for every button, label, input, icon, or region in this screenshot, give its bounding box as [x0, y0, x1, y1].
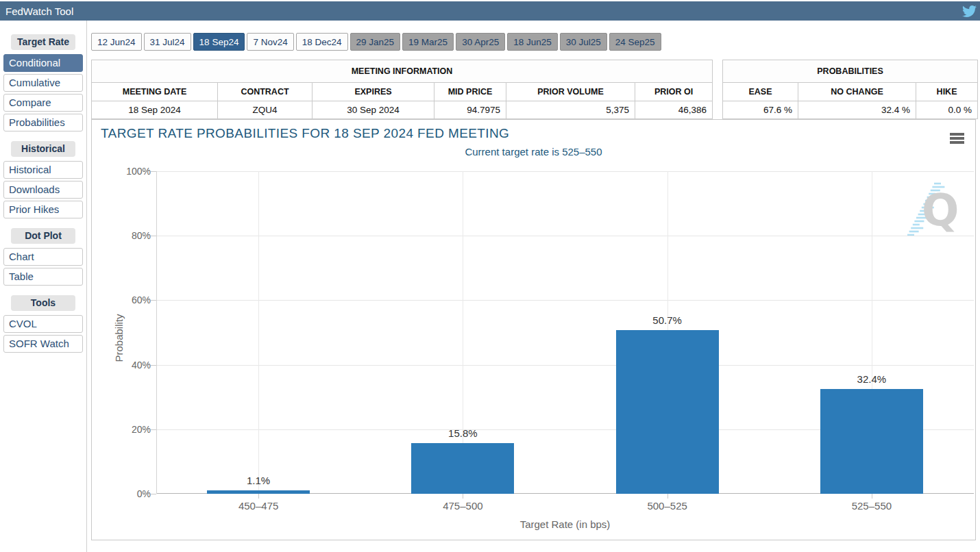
x-axis-tick — [258, 494, 259, 499]
twitter-icon[interactable] — [962, 4, 977, 21]
tab-18-sep24[interactable]: 18 Sep24 — [193, 33, 245, 51]
probability-bar[interactable] — [616, 330, 719, 494]
probabilities-value: 67.6 % — [723, 101, 798, 119]
probabilities-title: PROBABILITIES — [723, 60, 978, 83]
v-gridline — [258, 171, 259, 494]
meeting-info-value: 30 Sep 2024 — [313, 101, 434, 119]
probability-bar[interactable] — [207, 490, 310, 494]
h-gridline — [156, 365, 974, 366]
x-axis-tick — [667, 494, 668, 499]
meeting-info-column-header: PRIOR VOLUME — [506, 83, 635, 101]
h-gridline — [156, 300, 974, 301]
y-axis-label: 0% — [111, 488, 151, 499]
tab-30-jul25[interactable]: 30 Jul25 — [560, 33, 607, 51]
meeting-info-column-header: PRIOR OI — [635, 83, 713, 101]
sidebar-group-header: Historical — [11, 141, 75, 157]
x-axis-tick — [872, 494, 872, 499]
sidebar-item-conditional[interactable]: Conditional — [3, 54, 83, 72]
sidebar-group: Target RateConditionalCumulativeCompareP… — [3, 34, 84, 131]
tab-18-dec24[interactable]: 18 Dec24 — [296, 33, 348, 51]
x-axis-category-label: 450–475 — [156, 500, 360, 512]
app-header: FedWatch Tool — [0, 1, 980, 21]
y-axis-line — [156, 171, 157, 494]
bar-data-label: 15.8% — [360, 427, 565, 439]
x-axis-tick — [463, 494, 463, 499]
tab-29-jan25[interactable]: 29 Jan25 — [350, 33, 401, 51]
plot-area: 0%20%40%60%80%100%450–4751.1%475–50015.8… — [156, 171, 974, 494]
sidebar-group: Dot PlotChartTable — [3, 228, 84, 286]
sidebar-group: ToolsCVOLSOFR Watch — [3, 295, 84, 353]
y-axis-label: 40% — [111, 360, 151, 371]
y-axis-label: 80% — [111, 230, 151, 241]
probabilities-table: PROBABILITIES EASENO CHANGEHIKE 67.6 %32… — [722, 60, 978, 119]
probabilities-value: 32.4 % — [798, 101, 916, 119]
x-axis-category-label: 475–500 — [360, 500, 565, 512]
y-axis-tick — [151, 494, 156, 494]
chart-export-menu-icon[interactable] — [950, 133, 964, 145]
sidebar-group-header: Dot Plot — [11, 228, 75, 244]
probabilities-value: 0.0 % — [916, 101, 978, 119]
x-axis-category-label: 525–550 — [770, 500, 974, 512]
tab-30-apr25[interactable]: 30 Apr25 — [456, 33, 505, 51]
sidebar-item-probabilities[interactable]: Probabilities — [3, 114, 83, 131]
sidebar-item-sofr-watch[interactable]: SOFR Watch — [3, 335, 83, 353]
meeting-info-column-header: MEETING DATE — [92, 83, 218, 101]
main-content: 12 Jun2431 Jul2418 Sep247 Nov2418 Dec242… — [87, 21, 980, 552]
meeting-info-column-header: MID PRICE — [434, 83, 506, 101]
probability-bar[interactable] — [411, 443, 514, 494]
app-title: FedWatch Tool — [5, 5, 73, 17]
meeting-info-value: 5,375 — [506, 101, 635, 119]
sidebar-item-table[interactable]: Table — [3, 268, 83, 286]
sidebar-group-header: Target Rate — [11, 34, 75, 50]
probabilities-column-header: NO CHANGE — [798, 83, 916, 101]
meeting-date-tabs: 12 Jun2431 Jul2418 Sep247 Nov2418 Dec242… — [91, 33, 978, 51]
sidebar-item-compare[interactable]: Compare — [3, 94, 83, 112]
y-axis-tick — [151, 236, 156, 236]
x-axis-category-label: 500–525 — [565, 500, 770, 512]
probability-chart-panel: TARGET RATE PROBABILITIES FOR 18 SEP 202… — [91, 119, 976, 540]
chart-subtitle: Current target rate is 525–550 — [92, 146, 975, 158]
tab-31-jul24[interactable]: 31 Jul24 — [144, 33, 191, 51]
probabilities-column-header: HIKE — [916, 83, 978, 101]
sidebar-item-cvol[interactable]: CVOL — [3, 315, 83, 333]
tab-18-jun25[interactable]: 18 Jun25 — [507, 33, 558, 51]
y-axis-tick — [151, 429, 156, 430]
tab-19-mar25[interactable]: 19 Mar25 — [402, 33, 454, 51]
y-axis-label: 60% — [111, 294, 151, 305]
x-axis-title: Target Rate (in bps) — [156, 518, 974, 530]
tab-12-jun24[interactable]: 12 Jun24 — [91, 33, 142, 51]
sidebar-item-chart[interactable]: Chart — [3, 248, 83, 266]
meeting-information-table: MEETING INFORMATION MEETING DATECONTRACT… — [91, 60, 713, 119]
info-tables-row: MEETING INFORMATION MEETING DATECONTRACT… — [91, 60, 978, 119]
sidebar: Target RateConditionalCumulativeCompareP… — [0, 21, 87, 552]
y-axis-tick — [151, 300, 156, 301]
bar-data-label: 50.7% — [565, 314, 770, 326]
meeting-information-title: MEETING INFORMATION — [92, 60, 713, 83]
bar-data-label: 32.4% — [770, 373, 974, 385]
h-gridline — [156, 236, 974, 236]
y-axis-label: 100% — [111, 166, 151, 177]
y-axis-tick — [151, 171, 156, 172]
probability-bar[interactable] — [820, 389, 923, 494]
meeting-info-value: ZQU4 — [218, 101, 313, 119]
y-axis-tick — [151, 365, 156, 366]
probabilities-column-header: EASE — [723, 83, 798, 101]
sidebar-group-header: Tools — [11, 295, 75, 311]
tab-7-nov24[interactable]: 7 Nov24 — [247, 33, 293, 51]
y-axis-label: 20% — [111, 424, 151, 435]
meeting-info-value: 18 Sep 2024 — [92, 101, 218, 119]
meeting-info-value: 46,386 — [635, 101, 713, 119]
chart-title: TARGET RATE PROBABILITIES FOR 18 SEP 202… — [101, 126, 509, 141]
sidebar-item-downloads[interactable]: Downloads — [3, 181, 83, 199]
tab-24-sep25[interactable]: 24 Sep25 — [609, 33, 661, 51]
meeting-info-column-header: EXPIRES — [313, 83, 434, 101]
sidebar-item-prior-hikes[interactable]: Prior Hikes — [3, 201, 83, 218]
h-gridline — [156, 171, 974, 172]
sidebar-item-cumulative[interactable]: Cumulative — [3, 74, 83, 92]
bar-data-label: 1.1% — [156, 475, 360, 486]
sidebar-item-historical[interactable]: Historical — [3, 161, 83, 179]
meeting-info-value: 94.7975 — [434, 101, 506, 119]
meeting-info-column-header: CONTRACT — [218, 83, 313, 101]
sidebar-group: HistoricalHistoricalDownloadsPrior Hikes — [3, 141, 84, 218]
